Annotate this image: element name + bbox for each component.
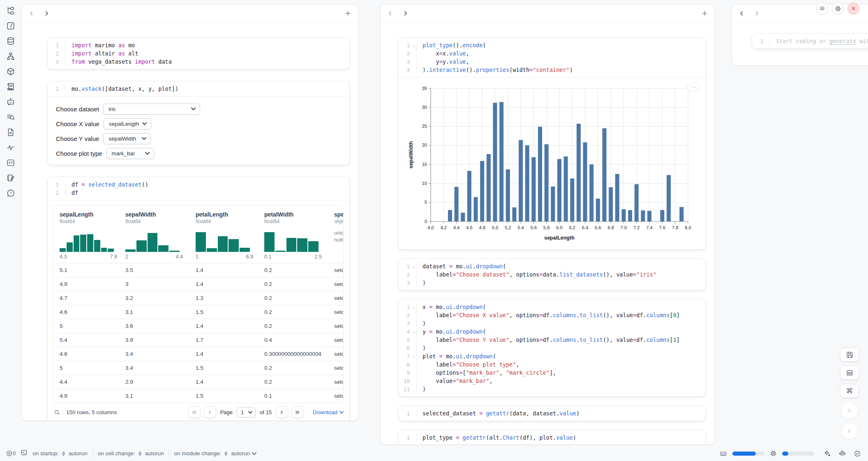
column-header[interactable]: petalLengthfloat6416.9 <box>190 206 259 263</box>
fold-chevron-icon[interactable]: ⌄ <box>413 264 415 268</box>
page-select[interactable]: 1 <box>237 407 256 417</box>
column-header[interactable]: sepalWidthfloat6424.4 <box>120 206 190 263</box>
table-row[interactable]: 5.13.51.40.2setos <box>54 263 343 277</box>
helper-functions-icon[interactable]: f <box>6 21 16 31</box>
dropdown-select[interactable]: mark_bar <box>106 148 154 159</box>
search-icon[interactable] <box>53 409 60 416</box>
collapse-left-icon[interactable] <box>739 10 745 16</box>
code-line: 6) <box>399 344 705 352</box>
packages-icon[interactable] <box>6 67 16 76</box>
terminal-button[interactable] <box>21 449 28 458</box>
fold-chevron-icon[interactable]: ⌄ <box>413 43 415 47</box>
logs-icon[interactable] <box>6 82 16 92</box>
line-number: 2 <box>399 311 417 319</box>
code-editor[interactable]: 1selected_dataset = getattr(data, datase… <box>399 406 705 421</box>
code-editor[interactable]: 1⌄dataset = mo.ui.dropdown(2 label="Choo… <box>399 259 705 290</box>
first-page-button[interactable] <box>188 406 201 418</box>
code-editor[interactable]: 1plot_type = getattr(alt.Chart(df), plot… <box>399 430 705 445</box>
dataframe-table: sepalLengthfloat644.37.9sepalWidthfloat6… <box>53 205 344 403</box>
scratchpad-icon[interactable] <box>6 173 16 183</box>
add-cell-button[interactable] <box>701 10 708 17</box>
cell-dataset-dropdown[interactable]: 1⌄dataset = mo.ui.dropdown(2 label="Choo… <box>398 258 706 290</box>
ai-assist-button[interactable] <box>822 449 832 459</box>
runtime-config-item[interactable]: on startup:autorun <box>32 450 88 456</box>
table-row[interactable]: 5.43.91.70.4setos <box>54 333 343 347</box>
code-line: 1mo.vstack([dataset, x, y, plot]) <box>48 85 349 93</box>
datasources-icon[interactable] <box>6 36 16 46</box>
cell-plot[interactable]: 1⌄plot_type().encode(2 x=x.value,3 y=y.v… <box>398 37 706 250</box>
code-line: 2 label="Choose X value", options=df.col… <box>399 311 705 319</box>
table-row[interactable]: 53.61.40.2setos <box>54 319 343 333</box>
close-icon <box>851 6 856 11</box>
connection-status-button[interactable] <box>852 449 862 459</box>
layout-button[interactable] <box>840 366 859 380</box>
cell-imports[interactable]: 1import marimo as mo2import altair as al… <box>47 37 350 69</box>
documentation-icon[interactable] <box>6 127 16 137</box>
table-row[interactable]: 4.63.41.40.30000000000000004setos <box>54 347 343 361</box>
ai-bot-button[interactable] <box>837 449 847 459</box>
table-row[interactable]: 4.73.21.30.2setos <box>54 291 343 305</box>
shutdown-button[interactable] <box>847 2 859 14</box>
variables-icon[interactable] <box>6 143 16 152</box>
cell-plot-type[interactable]: 1plot_type = getattr(alt.Chart(df), plot… <box>398 430 706 445</box>
cell-dataframe[interactable]: 1df = selected_dataset()2df sepalLengthf… <box>47 177 350 421</box>
generate-with-ai-link[interactable]: generate <box>829 38 856 44</box>
errors-indicator[interactable]: 0 <box>6 450 16 457</box>
runtime-config-item[interactable]: on cell change:autorun <box>98 450 164 456</box>
run-button[interactable] <box>841 422 858 440</box>
code-editor[interactable]: 1⌄plot_type().encode(2 x=x.value,3 y=y.v… <box>399 38 705 77</box>
chart-menu-button[interactable]: ⋯ <box>687 83 699 92</box>
last-page-button[interactable] <box>291 406 304 418</box>
save-button[interactable] <box>840 348 859 362</box>
table-row[interactable]: 4.931.40.2setos <box>54 277 343 291</box>
next-page-button[interactable] <box>276 406 288 418</box>
download-button[interactable]: Download <box>313 409 344 415</box>
column-header[interactable]: sepalLengthfloat644.37.9 <box>54 206 120 263</box>
collapse-right-icon[interactable] <box>44 10 50 16</box>
prev-page-button[interactable] <box>204 406 216 418</box>
column-header[interactable]: speciobjecuniqunulls: <box>328 206 343 263</box>
code-editor[interactable]: 1import marimo as mo2import altair as al… <box>48 38 349 69</box>
add-cell-button[interactable] <box>344 10 351 17</box>
code-editor[interactable]: 1⌄x = mo.ui.dropdown(2 label="Choose X v… <box>399 300 705 396</box>
collapse-left-icon[interactable] <box>28 10 35 16</box>
cell-xy-plot-dropdowns[interactable]: 1⌄x = mo.ui.dropdown(2 label="Choose X v… <box>398 299 706 397</box>
fold-chevron-icon[interactable]: ⌄ <box>413 330 415 334</box>
dropdown-select[interactable]: sepalWidth <box>103 133 151 144</box>
snippets-icon[interactable] <box>6 158 16 168</box>
cell-vstack[interactable]: 1mo.vstack([dataset, x, y, plot]) Choose… <box>47 81 350 165</box>
table-row[interactable]: 4.63.11.50.2setos <box>54 305 343 319</box>
runtime-config-item[interactable]: on module change:autorun <box>174 450 256 456</box>
cell-empty[interactable]: 1 Start coding or generate with <box>752 33 868 49</box>
notebook-action-rail: ⌘ <box>840 348 859 443</box>
dropdown-select[interactable]: iris <box>103 104 200 115</box>
dependency-graph-icon[interactable] <box>6 51 16 61</box>
stop-button[interactable] <box>841 402 858 419</box>
collapse-right-icon[interactable] <box>402 10 409 16</box>
column-header[interactable]: petalWidthfloat640.12.5 <box>259 206 328 263</box>
code-placeholder[interactable]: Start coding or generate with <box>770 38 868 44</box>
dropdown-row: Choose datasetiris <box>56 101 341 116</box>
table-row[interactable]: 4.93.11.50.1setos <box>54 389 343 403</box>
menu-button[interactable] <box>816 2 828 14</box>
cell-selected-dataset[interactable]: 1selected_dataset = getattr(data, datase… <box>398 406 706 421</box>
fold-chevron-icon[interactable]: ⌄ <box>413 354 415 358</box>
table-row[interactable]: 4.42.91.40.2setos <box>54 375 343 389</box>
code-editor[interactable]: 1mo.vstack([dataset, x, y, plot]) <box>48 81 349 96</box>
collapse-right-icon[interactable] <box>754 10 760 16</box>
sepal-bar-chart[interactable]: 4.04.24.44.64.85.05.25.45.65.86.06.26.46… <box>407 83 711 246</box>
dropdown-select[interactable]: sepalLength <box>104 118 151 129</box>
code-editor[interactable]: 1df = selected_dataset()2df <box>48 177 349 200</box>
svg-text:4.2: 4.2 <box>441 225 447 230</box>
settings-button[interactable] <box>832 2 844 14</box>
tracebacks-icon[interactable] <box>6 112 16 122</box>
collapse-left-icon[interactable] <box>387 10 393 16</box>
help-icon[interactable]: ? <box>6 188 16 198</box>
file-tree-icon[interactable] <box>6 6 16 16</box>
table-row[interactable]: 53.41.50.2setos <box>54 361 343 375</box>
keyboard-shortcuts-button[interactable]: ⌘ <box>840 384 859 398</box>
fold-chevron-icon[interactable]: ⌄ <box>413 305 415 309</box>
line-number: 7⌄ <box>399 352 417 360</box>
cpu-icon <box>770 450 777 457</box>
ai-chat-icon[interactable] <box>6 97 16 107</box>
